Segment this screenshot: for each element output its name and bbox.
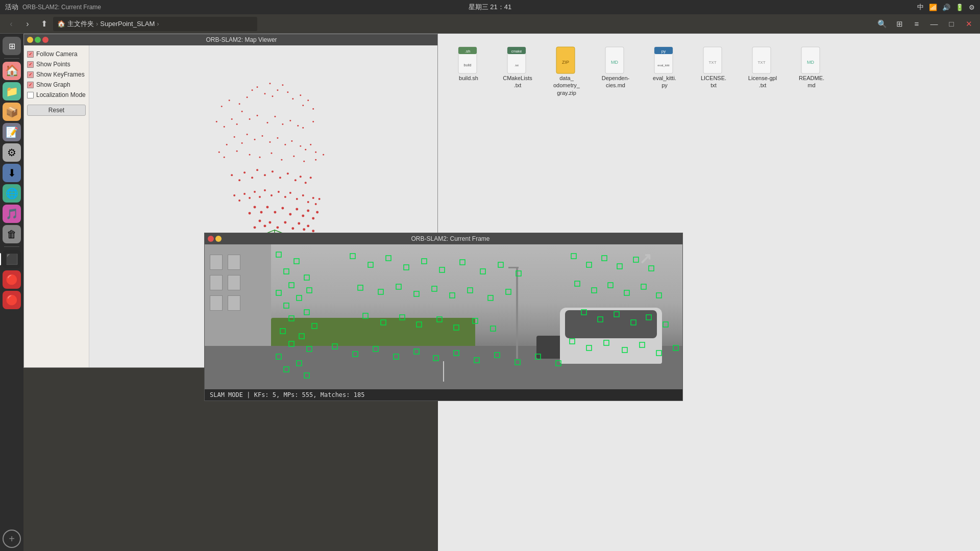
svg-point-24 [297,125,299,127]
file-icon-cmake: cmake .txt [505,46,530,74]
input-method[interactable]: 中 [917,3,924,12]
breadcrumb-sep: › [96,20,98,28]
show-keyframes-row[interactable]: Show KeyFrames [27,70,86,79]
menu-button[interactable]: ≡ [910,17,924,31]
breadcrumb-end-sep: › [157,20,159,28]
svg-point-30 [312,121,314,122]
power-icon[interactable]: 🔋 [955,4,964,11]
back-button[interactable]: ‹ [4,17,18,31]
localization-mode-row[interactable]: Localization Mode [27,90,86,99]
file-item-license-gpl[interactable]: TXT License-gpl.txt [742,44,783,98]
svg-point-6 [287,91,288,93]
svg-point-88 [281,207,284,209]
dock-item-trash[interactable]: 🗑 [3,225,21,243]
close-button[interactable]: ✕ [962,17,976,31]
follow-camera-row[interactable]: Follow Camera [27,49,86,59]
show-points-checkbox[interactable] [27,61,34,68]
file-item-py[interactable]: py eval_kitti eval_kitti.py [644,44,685,98]
svg-point-77 [312,197,314,199]
localization-mode-checkbox[interactable] [27,92,34,98]
map-viewer-minimize[interactable] [27,37,33,43]
svg-rect-160 [304,275,309,280]
dock-item-settings[interactable]: ⚙ [3,143,21,162]
file-item-cmake[interactable]: cmake .txt CMakeLists.txt [497,44,538,98]
breadcrumb-home[interactable]: 主文件夹 [67,19,94,29]
speaker-icon[interactable]: 🔊 [942,4,950,11]
file-item-deps[interactable]: MD Dependen-cies.md [595,44,636,98]
svg-point-4 [264,93,265,94]
map-viewer-maximize[interactable] [35,37,41,43]
svg-rect-165 [284,303,289,308]
svg-point-12 [229,99,230,101]
svg-point-10 [300,94,301,96]
svg-rect-158 [294,259,299,264]
svg-rect-195 [506,289,511,294]
breadcrumb-location[interactable]: SuperPoint_SLAM [100,20,155,28]
svg-point-23 [289,120,291,121]
dock-item-files[interactable]: 📁 [3,82,21,101]
svg-point-72 [284,196,286,198]
svg-point-78 [259,196,261,198]
status-bar: SLAM MODE | KFs: 5, MPs: 555, Matches: 1… [205,389,682,400]
svg-point-25 [236,123,238,125]
show-graph-checkbox[interactable] [27,82,34,88]
up-button[interactable]: ⬆ [37,17,51,31]
svg-rect-194 [488,295,493,300]
view-toggle-button[interactable]: ⊞ [892,17,906,31]
follow-camera-checkbox[interactable] [27,51,34,58]
reset-button[interactable]: Reset [27,105,86,116]
file-label-license-gpl: License-gpl.txt [748,74,777,89]
current-frame-window: ORB-SLAM2: Current Frame [204,233,683,401]
dock-item-download[interactable]: ⬇ [3,164,21,182]
forward-button[interactable]: › [20,17,35,31]
dock-item-chrome[interactable]: 🌐 [3,184,21,203]
file-item-readme[interactable]: MD README.md [791,44,832,98]
current-frame-titlebar: ORB-SLAM2: Current Frame [205,233,682,244]
settings-indicator[interactable]: ⚙ [969,4,975,11]
svg-point-20 [266,122,268,123]
network-icon[interactable]: 📶 [929,4,937,11]
dock-item-app1[interactable]: 🔴 [3,270,21,289]
svg-point-9 [292,98,293,99]
svg-point-5 [252,89,253,91]
activities-label[interactable]: 活动 [5,3,18,12]
file-item-buildsh[interactable]: .sh build build.sh [448,44,489,98]
svg-point-64 [243,171,246,173]
file-item-license[interactable]: TXT LICENSE.txt [693,44,734,98]
dock-item-home[interactable]: 🏠 [3,62,21,80]
svg-text:py: py [662,49,666,54]
show-keyframes-checkbox[interactable] [27,71,34,78]
search-button[interactable]: 🔍 [875,17,889,31]
minimize-button[interactable]: — [927,17,941,31]
maximize-button[interactable]: □ [944,17,959,31]
svg-point-75 [302,194,304,196]
current-frame-minimize[interactable] [215,236,222,242]
svg-point-40 [234,136,235,138]
dock-item-music[interactable]: 🎵 [3,205,21,223]
file-grid: .sh build build.sh cmake .txt CMakeLists [438,34,980,109]
svg-rect-164 [297,295,302,300]
show-graph-row[interactable]: Show Graph [27,80,86,89]
svg-rect-223 [592,288,597,293]
svg-text:eval_kitti: eval_kitti [657,64,669,67]
svg-rect-189 [396,284,401,289]
top-bar-left: 活动 ORB-SLAM2: Current Frame [5,3,101,12]
dock-add-button[interactable]: + [3,530,21,548]
svg-point-99 [276,226,279,229]
svg-point-57 [264,174,266,176]
dock-item-software[interactable]: 📦 [3,103,21,121]
nav-right: 🔍 ⊞ ≡ — □ ✕ [875,17,976,31]
dock-item-texteditor[interactable]: 📝 [3,123,21,141]
show-points-row[interactable]: Show Points [27,60,86,69]
map-viewer-close[interactable] [42,37,48,43]
dock-item-terminal[interactable]: ⬛ [3,250,21,268]
current-frame-close[interactable] [208,236,214,242]
svg-point-7 [272,95,273,97]
file-label-py: eval_kitti.py [653,74,676,89]
file-item-zip[interactable]: ZIP data_odometry_gray.zip [546,44,587,98]
file-icon-zip: ZIP [554,46,579,74]
dock-activities[interactable]: ⊞ [3,37,21,55]
svg-point-102 [298,222,300,224]
svg-point-90 [296,208,298,210]
dock-item-app2[interactable]: 🔴 [3,291,21,309]
